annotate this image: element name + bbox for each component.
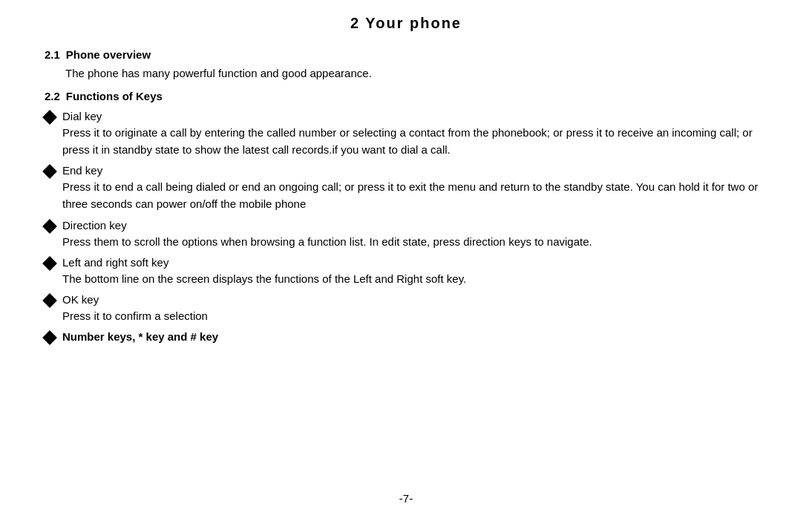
page-number: -7-: [0, 492, 812, 505]
list-item: OK key Press it to confirm a selection: [45, 293, 767, 324]
section-22-number: 2.2: [45, 90, 60, 102]
section-22-heading: 2.2Functions of Keys: [45, 90, 767, 102]
list-item: Direction key Press them to scroll the o…: [45, 219, 767, 250]
bullet-label: Dial key: [62, 110, 102, 122]
bullet-row: Number keys, * key and # key: [45, 330, 767, 343]
bullet-icon: [42, 293, 57, 308]
section-21-title: Phone overview: [66, 48, 151, 61]
bullet-icon: [42, 256, 57, 271]
bullet-row: Direction key: [45, 219, 767, 232]
bullet-row: Left and right soft key: [45, 256, 767, 269]
bullet-row: OK key: [45, 293, 767, 306]
bullet-icon: [42, 219, 57, 234]
list-item: End key Press it to end a call being dia…: [45, 164, 767, 213]
page-title: 2 Your phone: [45, 15, 767, 32]
section-21-intro: The phone has many powerful function and…: [65, 65, 767, 82]
page-container: 2 Your phone 2.1Phone overview The phone…: [0, 0, 812, 518]
bullet-label: Left and right soft key: [62, 256, 168, 269]
bullet-icon: [42, 330, 57, 345]
section-21-heading: 2.1Phone overview: [45, 48, 767, 61]
section-21-number: 2.1: [45, 48, 60, 61]
bullet-desc: Press it to originate a call by entering…: [62, 124, 767, 159]
bullet-desc: The bottom line on the screen displays t…: [62, 270, 767, 287]
section-22-title: Functions of Keys: [66, 90, 163, 102]
bullet-row: End key: [45, 164, 767, 177]
list-item: Left and right soft key The bottom line …: [45, 256, 767, 287]
list-item: Dial key Press it to originate a call by…: [45, 110, 767, 159]
list-item: Number keys, * key and # key: [45, 330, 767, 343]
bullet-label-bold: Number keys, * key and # key: [62, 330, 218, 343]
bullet-list: Dial key Press it to originate a call by…: [45, 110, 767, 344]
bullet-label: End key: [62, 164, 102, 177]
bullet-label: Direction key: [62, 219, 127, 232]
bullet-label: OK key: [62, 293, 99, 306]
bullet-desc: Press them to scroll the options when br…: [62, 233, 767, 250]
bullet-icon: [42, 164, 57, 179]
bullet-icon: [42, 110, 57, 125]
bullet-desc: Press it to confirm a selection: [62, 307, 767, 324]
bullet-row: Dial key: [45, 110, 767, 122]
bullet-desc: Press it to end a call being dialed or e…: [62, 178, 767, 213]
